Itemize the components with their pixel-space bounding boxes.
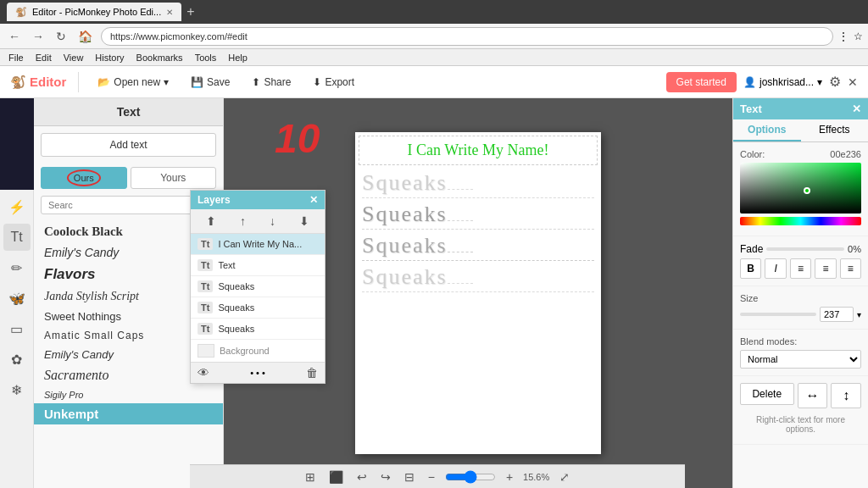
layer-type-icon: Tt [198,280,213,292]
textures-icon-button[interactable]: ❄ [3,376,31,403]
menu-tools[interactable]: Tools [190,52,222,64]
delete-button[interactable]: Delete [740,383,794,405]
ours-label: Ours [67,169,101,186]
align-center-button[interactable]: ≡ [815,258,836,279]
canvas-line-3: Squeaks [362,231,594,261]
save-button[interactable]: 💾 Save [184,73,236,92]
undo-button[interactable]: ↩ [353,469,370,485]
menu-bookmarks[interactable]: Bookmarks [131,52,188,64]
align-left-button[interactable]: ≡ [790,258,811,279]
layer-move-top-button[interactable]: ⬆ [203,213,220,230]
font-name: Amatic Small Caps [44,330,144,341]
share-button[interactable]: ⬆ Share [245,73,298,92]
canvas-line-2: Squeaks [362,200,594,230]
layer-visibility-button[interactable]: 👁 [198,366,209,380]
tab-effects[interactable]: Effects [801,119,869,141]
background-label: Background [220,346,270,356]
font-item-selected[interactable]: Unkempt [34,403,223,424]
layer-type-icon: Tt [198,323,213,335]
logo-text: Editor [30,75,66,89]
italic-button[interactable]: I [765,258,786,279]
forward-button[interactable]: → [29,28,47,45]
fade-slider[interactable] [766,247,844,251]
blend-section: Blend modes: Normal Multiply Screen Over… [733,330,868,376]
close-app-button[interactable]: ✕ [848,75,858,89]
redo-button[interactable]: ↪ [377,469,394,485]
hint-text: Right-click text for more options. [740,412,861,437]
grid-toggle-button[interactable]: ⬛ [326,469,347,485]
blend-mode-select[interactable]: Normal Multiply Screen Overlay [740,350,861,369]
effects-icon-button[interactable]: 🦋 [3,285,31,312]
flip-vertical-button[interactable]: ↕ [831,383,861,408]
history-button[interactable]: ⊟ [401,469,418,485]
add-text-button[interactable]: Add text [41,133,216,157]
align-right-button[interactable]: ≡ [840,258,861,279]
tab-options[interactable]: Options [733,119,801,141]
layer-move-down-button[interactable]: ↓ [266,213,279,230]
layer-delete-button[interactable]: 🗑 [306,366,318,380]
zoom-out-button[interactable]: − [425,469,438,485]
url-input[interactable] [101,27,833,46]
font-name: Emily's Candy [44,348,114,361]
menu-history[interactable]: History [90,52,129,64]
font-name: Unkempt [44,407,98,421]
browser-tab[interactable]: 🐒 Editor - PicMonkey Photo Edi... ✕ [7,3,181,21]
font-item[interactable]: Sigily Pro [34,386,223,403]
fade-value: 0% [848,244,861,254]
overlays-icon-button[interactable]: ✿ [3,346,31,373]
reload-button[interactable]: ↻ [53,28,70,45]
get-started-button[interactable]: Get started [666,72,737,92]
menu-view[interactable]: View [58,52,89,64]
size-input[interactable] [820,307,854,322]
frames-icon-button[interactable]: ▭ [3,315,31,342]
layer-item[interactable]: Tt Squeaks [191,276,325,297]
open-new-button[interactable]: 📂 Open new ▾ [91,73,175,92]
flip-horizontal-button[interactable]: ↔ [798,383,828,408]
settings-button[interactable]: ⚙ [829,74,841,90]
canvas-document[interactable]: I Can Write My Name! Squeaks Squeaks Squ… [355,132,601,454]
fade-row: Fade 0% [740,243,861,255]
color-picker[interactable] [740,163,861,214]
layers-close-icon[interactable]: ✕ [309,194,318,206]
menu-file[interactable]: File [3,52,29,64]
home-button[interactable]: 🏠 [75,28,96,45]
user-avatar: 👤 [743,76,756,88]
color-section: Color: 00e236 [733,142,868,236]
tab-close-icon[interactable]: ✕ [166,8,173,17]
touchup-icon-button[interactable]: ✏ [3,254,31,281]
menu-edit[interactable]: Edit [31,52,57,64]
bookmark-icon[interactable]: ☆ [854,30,863,42]
new-tab-button[interactable]: + [186,4,194,19]
layer-move-bottom-button[interactable]: ⬇ [296,213,313,230]
app-container: 🐒 Editor 📂 Open new ▾ 💾 Save ⬆ Share ⬇ E… [0,66,868,488]
sliders-icon-button[interactable]: ⚡ [3,193,31,220]
size-slider[interactable] [740,313,816,316]
layers-panel: Layers ✕ ⬆ ↑ ↓ ⬇ Tt I Can Write My Na...… [190,190,326,384]
user-info[interactable]: 👤 joshkrisad... ▾ [743,76,822,88]
layer-item[interactable]: Tt Squeaks [191,319,325,340]
font-name: Emily's Candy [44,246,119,259]
layer-item[interactable]: Tt Squeaks [191,297,325,319]
canvas-bottom-toolbar: ⊞ ⬛ ↩ ↪ ⊟ − + 15.6% ⤢ [190,464,685,488]
text-tool-button[interactable]: Tt [3,224,31,251]
layer-move-up-button[interactable]: ↑ [236,213,249,230]
menu-help[interactable]: Help [223,52,253,64]
tab-yours[interactable]: Yours [131,167,217,189]
tab-ours[interactable]: Ours [41,167,127,189]
layers-toggle-button[interactable]: ⊞ [302,469,319,485]
size-dropdown-icon[interactable]: ▾ [857,310,861,319]
app-logo: 🐒 Editor [10,75,66,90]
layer-item[interactable]: Tt I Can Write My Na... [191,234,325,255]
zoom-slider[interactable] [445,470,496,484]
layer-item[interactable]: Tt Text [191,255,325,276]
fullscreen-button[interactable]: ⤢ [556,469,573,485]
zoom-in-button[interactable]: + [503,469,516,485]
right-panel-close-icon[interactable]: ✕ [852,103,861,115]
back-button[interactable]: ← [5,28,24,45]
bold-button[interactable]: B [740,258,761,279]
color-hue-bar[interactable] [740,217,861,225]
browser-menu-icon[interactable]: ⋮ [838,30,849,42]
export-button[interactable]: ⬇ Export [306,73,361,92]
layer-options-button[interactable]: • • • [250,368,265,378]
left-panel-title: Text [34,98,223,126]
